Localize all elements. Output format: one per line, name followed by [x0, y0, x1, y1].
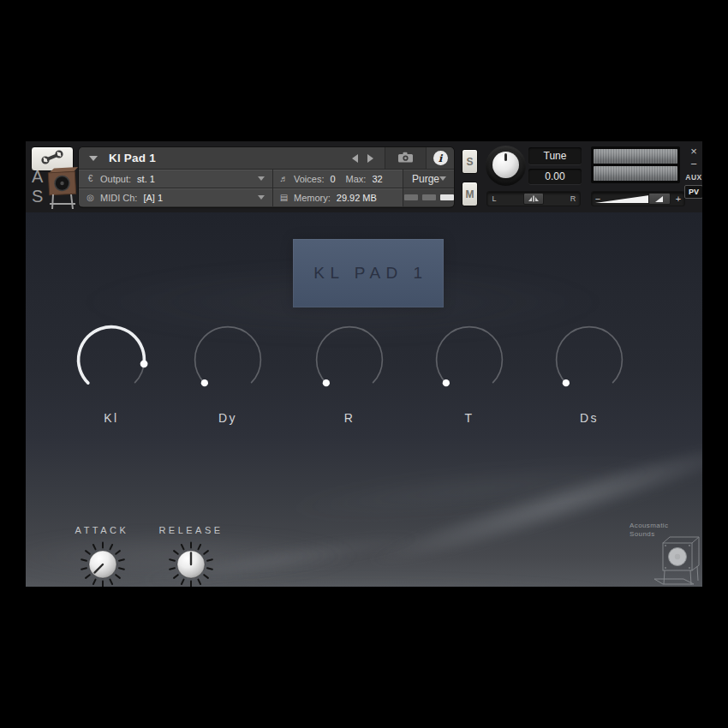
tune-knob[interactable]	[486, 146, 526, 186]
minimize-button[interactable]: −	[685, 158, 702, 170]
knob-label: Kl	[70, 411, 152, 425]
header-row-midi: ◎ MIDI Ch: [A] 1 ▤ Memory: 29.92 MB	[79, 188, 454, 206]
voices-label: Voices:	[294, 174, 324, 184]
mute-button[interactable]: M	[462, 182, 478, 206]
knob-value-dot	[140, 360, 148, 367]
attack-label: ATTACK	[51, 525, 153, 535]
purge-menu[interactable]: Purge	[403, 170, 454, 188]
title-row: Kl Pad 1	[79, 147, 454, 170]
knob-ds[interactable]: Ds	[548, 319, 630, 425]
minimize-instrument-arrow-icon[interactable]	[89, 156, 98, 161]
memory-value: 29.92 MB	[337, 193, 377, 203]
meter-segment	[440, 194, 454, 200]
release-label: RELEASE	[140, 525, 242, 535]
chevron-down-icon	[258, 195, 265, 200]
wrench-icon	[39, 150, 65, 168]
knob-value-arc	[79, 327, 145, 384]
tune-label: Tune	[528, 147, 582, 164]
chevron-left-icon	[352, 154, 358, 163]
memory-display: ▤ Memory: 29.92 MB	[273, 188, 403, 206]
knob-track	[195, 327, 261, 384]
max-label: Max:	[346, 174, 367, 184]
camera-icon	[397, 151, 414, 166]
instrument-header-panel: Kl Pad 1	[79, 147, 454, 207]
pan-right-label: R	[566, 194, 580, 203]
output-level-segments	[403, 188, 454, 206]
plate-title: KL PAD 1	[308, 264, 427, 283]
acousmatic-speaker-logo-icon	[43, 166, 82, 214]
midi-value: [A] 1	[143, 193, 163, 203]
volume-plus-label[interactable]: +	[672, 194, 684, 204]
level-meter-left	[594, 149, 677, 164]
memory-chip-icon: ▤	[279, 193, 289, 202]
instrument-title[interactable]: Kl Pad 1	[109, 152, 156, 164]
memory-label: Memory:	[294, 193, 331, 203]
knob-value-dot	[201, 379, 208, 386]
aux-button[interactable]: AUX	[685, 173, 702, 182]
volume-wedge-icon	[594, 193, 651, 204]
output-select[interactable]: € Output: st. 1	[79, 170, 273, 188]
rack-header: A S	[26, 141, 702, 212]
screenshot-stage: A S	[0, 0, 728, 728]
previous-instrument-button[interactable]	[347, 151, 362, 166]
purge-label: Purge	[412, 173, 439, 185]
chevron-down-icon	[439, 176, 446, 181]
voices-value: 0	[330, 174, 335, 184]
voices-display: ♬ Voices: 0 Max: 32	[273, 170, 403, 188]
pan-left-label: L	[487, 194, 501, 203]
info-icon: i	[433, 151, 448, 165]
knob-label: R	[308, 411, 391, 425]
kontakt-instrument: A S	[26, 141, 702, 587]
volume-handle-icon	[654, 195, 665, 203]
knob-label: Dy	[187, 411, 269, 425]
max-value[interactable]: 32	[372, 174, 382, 184]
knob-t[interactable]: T	[428, 319, 510, 425]
knob-dy[interactable]: Dy	[187, 319, 269, 425]
pan-handle[interactable]	[523, 193, 544, 205]
knob-label: Ds	[548, 411, 630, 425]
volume-slider[interactable]: − +	[591, 191, 685, 206]
attack-knob[interactable]	[77, 539, 128, 587]
knob-r[interactable]: R	[308, 319, 391, 425]
output-jack-icon: €	[86, 174, 95, 183]
snapshot-view-button[interactable]	[385, 147, 426, 169]
knob-value-dot	[443, 379, 450, 386]
next-instrument-button[interactable]	[362, 151, 378, 166]
knob-track	[437, 327, 503, 384]
release-knob[interactable]	[165, 539, 217, 587]
info-view-button[interactable]: i	[426, 147, 454, 169]
header-row-output: € Output: st. 1 ♬ Voices: 0 Max: 32 Purg…	[79, 170, 454, 188]
chevron-right-icon	[367, 154, 373, 163]
instrument-name-plate: KL PAD 1	[293, 239, 444, 307]
meter-segment	[422, 194, 436, 200]
knob-kl[interactable]: Kl	[70, 319, 152, 425]
solo-button[interactable]: S	[462, 149, 478, 174]
pan-center-icon	[528, 194, 540, 203]
knob-track	[557, 327, 623, 384]
midi-label: MIDI Ch:	[100, 193, 137, 203]
pan-slider[interactable]: L R	[486, 191, 581, 206]
meter-segment	[404, 194, 418, 200]
level-meter-right	[594, 166, 677, 181]
chevron-down-icon	[258, 176, 265, 181]
knob-track	[317, 327, 383, 384]
knob-label: T	[428, 411, 510, 425]
logo-letter-s: S	[32, 187, 43, 206]
volume-handle[interactable]	[648, 193, 671, 205]
output-value: st. 1	[137, 174, 155, 184]
midi-channel-select[interactable]: ◎ MIDI Ch: [A] 1	[79, 188, 273, 206]
output-label: Output:	[100, 174, 131, 184]
knob-value-dot	[563, 379, 570, 386]
midi-plug-icon: ◎	[86, 193, 95, 202]
brand-line1: Acousmatic	[630, 522, 668, 530]
close-button[interactable]: ×	[685, 145, 702, 158]
tune-value[interactable]: 0.00	[528, 169, 582, 184]
notes-icon: ♬	[279, 174, 289, 183]
knob-value-dot	[323, 379, 330, 386]
tune-knob-ball	[492, 152, 519, 178]
wireframe-speaker-icon	[651, 531, 702, 587]
stereo-level-meters	[591, 146, 680, 183]
pv-button[interactable]: PV	[684, 185, 702, 199]
logo-letter-a: A	[32, 167, 43, 187]
